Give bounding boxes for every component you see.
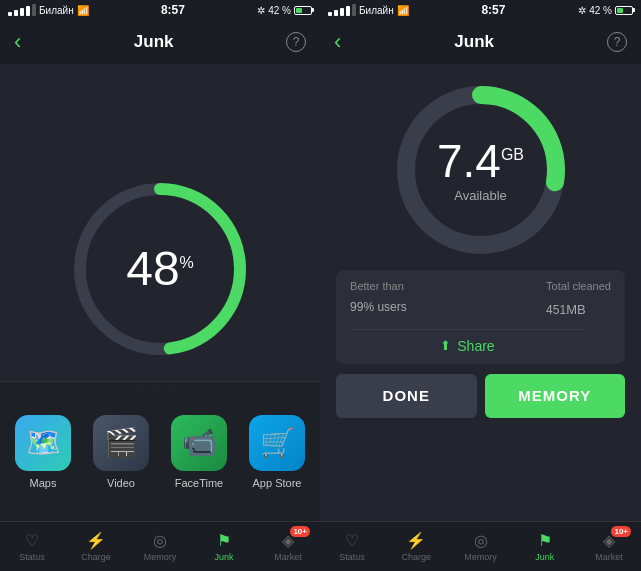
share-label: Share bbox=[457, 338, 494, 354]
maps-label: Maps bbox=[30, 477, 57, 489]
maps-icon: 🗺️ bbox=[15, 415, 71, 471]
better-than-value: 99% users bbox=[350, 292, 407, 316]
tab-market-label: Market bbox=[274, 552, 302, 562]
circle-percent-value: 48% bbox=[126, 242, 194, 295]
app-item-facetime[interactable]: 📹 FaceTime bbox=[160, 415, 238, 489]
scanning-circle: 48% bbox=[70, 179, 250, 359]
market-badge-right: 10+ bbox=[611, 526, 631, 537]
right-main-content: 7.4GB Available Better than 99% users To… bbox=[320, 64, 641, 521]
share-icon: ⬆ bbox=[440, 338, 451, 353]
donut-available: Available bbox=[437, 188, 524, 203]
right-charge-icon: ⚡ bbox=[406, 531, 426, 550]
stats-card: Better than 99% users Total cleaned 451M… bbox=[336, 270, 625, 364]
tab-memory-right[interactable]: ◎ Memory bbox=[448, 522, 512, 571]
tab-charge-label: Charge bbox=[81, 552, 111, 562]
right-status-left: Билайн 📶 bbox=[328, 4, 409, 16]
facetime-icon: 📹 bbox=[171, 415, 227, 471]
tab-status-right[interactable]: ♡ Status bbox=[320, 522, 384, 571]
tab-status-label: Status bbox=[19, 552, 45, 562]
right-tab-memory-label: Memory bbox=[464, 552, 497, 562]
right-help-button[interactable]: ? bbox=[607, 32, 627, 52]
tab-junk-label: Junk bbox=[214, 552, 233, 562]
better-than-label: Better than bbox=[350, 280, 407, 292]
right-battery-icon bbox=[615, 6, 633, 15]
right-status-bar: Билайн 📶 8:57 ✲ 42 % bbox=[320, 0, 641, 20]
right-nav-bar: ‹ Junk ? bbox=[320, 20, 641, 64]
circle-text: 48% bbox=[126, 245, 194, 293]
tab-memory-label: Memory bbox=[144, 552, 177, 562]
wifi-icon: 📶 bbox=[77, 5, 89, 16]
video-icon: 🎬 bbox=[93, 415, 149, 471]
left-time: 8:57 bbox=[161, 3, 185, 17]
right-bluetooth-icon: ✲ bbox=[578, 5, 586, 16]
stats-row: Better than 99% users Total cleaned 451M… bbox=[350, 280, 611, 321]
share-button[interactable]: ⬆ Share bbox=[350, 329, 585, 354]
left-panel: Билайн 📶 8:57 ✲ 42 % ‹ Junk ? bbox=[0, 0, 320, 571]
total-cleaned-value: 451MB bbox=[546, 292, 611, 321]
tab-memory-left[interactable]: ◎ Memory bbox=[128, 522, 192, 571]
bluetooth-icon: ✲ bbox=[257, 5, 265, 16]
memory-button[interactable]: MEMORY bbox=[485, 374, 625, 418]
memory-icon: ◎ bbox=[153, 531, 167, 550]
left-status-left: Билайн 📶 bbox=[8, 4, 89, 16]
left-status-bar: Билайн 📶 8:57 ✲ 42 % bbox=[0, 0, 320, 20]
video-label: Video bbox=[107, 477, 135, 489]
right-junk-icon: ⚑ bbox=[538, 531, 552, 550]
signal-icon bbox=[8, 4, 36, 16]
right-tab-junk-label: Junk bbox=[535, 552, 554, 562]
left-nav-bar: ‹ Junk ? bbox=[0, 20, 320, 64]
total-cleaned-stat: Total cleaned 451MB bbox=[546, 280, 611, 321]
right-tab-status-label: Status bbox=[339, 552, 365, 562]
right-tab-bar: ♡ Status ⚡ Charge ◎ Memory ⚑ Junk 10+ ◈ … bbox=[320, 521, 641, 571]
total-cleaned-label: Total cleaned bbox=[546, 280, 611, 292]
right-tab-charge-label: Charge bbox=[402, 552, 432, 562]
action-buttons: DONE MEMORY bbox=[336, 374, 625, 418]
right-wifi-icon: 📶 bbox=[397, 5, 409, 16]
right-battery-percent: 42 % bbox=[589, 5, 612, 16]
tab-charge-left[interactable]: ⚡ Charge bbox=[64, 522, 128, 571]
right-status-right: ✲ 42 % bbox=[578, 5, 633, 16]
better-than-stat: Better than 99% users bbox=[350, 280, 407, 316]
right-panel: Билайн 📶 8:57 ✲ 42 % ‹ Junk ? bbox=[320, 0, 641, 571]
tab-charge-right[interactable]: ⚡ Charge bbox=[384, 522, 448, 571]
carrier-name: Билайн bbox=[39, 5, 74, 16]
tab-status-left[interactable]: ♡ Status bbox=[0, 522, 64, 571]
left-tab-bar: ♡ Status ⚡ Charge ◎ Memory ⚑ Junk 10+ ◈ … bbox=[0, 521, 320, 571]
appstore-label: App Store bbox=[253, 477, 302, 489]
left-status-right: ✲ 42 % bbox=[257, 5, 312, 16]
right-tab-market-label: Market bbox=[595, 552, 623, 562]
left-back-button[interactable]: ‹ bbox=[14, 29, 21, 55]
donut-value: 7.4GB bbox=[437, 138, 524, 184]
donut-chart: 7.4GB Available bbox=[391, 80, 571, 260]
tab-market-left[interactable]: 10+ ◈ Market bbox=[256, 522, 320, 571]
right-status-icon: ♡ bbox=[345, 531, 359, 550]
tab-market-right[interactable]: 10+ ◈ Market bbox=[577, 522, 641, 571]
donut-sup: GB bbox=[501, 146, 524, 163]
right-carrier-name: Билайн bbox=[359, 5, 394, 16]
junk-icon: ⚑ bbox=[217, 531, 231, 550]
status-icon: ♡ bbox=[25, 531, 39, 550]
tab-junk-left[interactable]: ⚑ Junk bbox=[192, 522, 256, 571]
left-help-button[interactable]: ? bbox=[286, 32, 306, 52]
right-back-button[interactable]: ‹ bbox=[334, 29, 341, 55]
right-signal-icon bbox=[328, 4, 356, 16]
facetime-label: FaceTime bbox=[175, 477, 224, 489]
app-item-appstore[interactable]: 🛒 App Store bbox=[238, 415, 316, 489]
app-item-maps[interactable]: 🗺️ Maps bbox=[4, 415, 82, 489]
app-switcher[interactable]: 🗺️ Maps 🎬 Video 📹 FaceTime 🛒 App Store bbox=[0, 381, 320, 521]
battery-icon bbox=[294, 6, 312, 15]
app-item-video[interactable]: 🎬 Video bbox=[82, 415, 160, 489]
tab-junk-right[interactable]: ⚑ Junk bbox=[513, 522, 577, 571]
appstore-icon: 🛒 bbox=[249, 415, 305, 471]
right-memory-icon: ◎ bbox=[474, 531, 488, 550]
battery-percent: 42 % bbox=[268, 5, 291, 16]
right-time: 8:57 bbox=[481, 3, 505, 17]
donut-text: 7.4GB Available bbox=[437, 138, 524, 203]
charge-icon: ⚡ bbox=[86, 531, 106, 550]
right-nav-title: Junk bbox=[454, 32, 494, 52]
market-badge-left: 10+ bbox=[290, 526, 310, 537]
left-nav-title: Junk bbox=[134, 32, 174, 52]
done-button[interactable]: DONE bbox=[336, 374, 476, 418]
